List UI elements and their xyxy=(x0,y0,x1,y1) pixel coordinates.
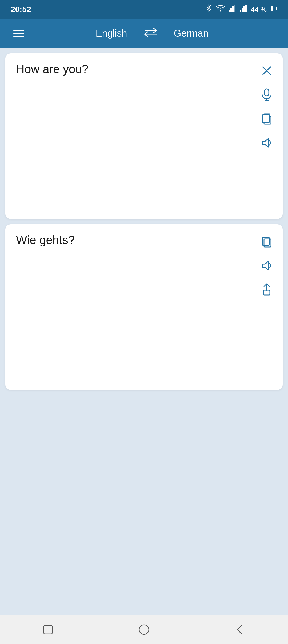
clear-button[interactable] xyxy=(259,63,275,79)
source-language[interactable]: English xyxy=(95,28,127,39)
share-button[interactable] xyxy=(259,282,275,298)
target-language[interactable]: German xyxy=(174,28,209,39)
svg-rect-5 xyxy=(242,8,243,12)
copy-source-button[interactable] xyxy=(259,111,275,127)
back-button[interactable] xyxy=(229,619,251,640)
wifi-icon xyxy=(216,5,225,14)
speak-source-button[interactable] xyxy=(259,135,275,151)
menu-line xyxy=(13,36,24,37)
svg-rect-0 xyxy=(229,10,230,12)
speak-target-button[interactable] xyxy=(259,258,275,274)
main-content: How are you? xyxy=(0,48,288,615)
target-actions xyxy=(259,232,275,382)
source-text[interactable]: How are you? xyxy=(16,61,259,211)
bottom-nav xyxy=(0,615,288,644)
svg-rect-2 xyxy=(232,6,234,12)
bluetooth-icon xyxy=(205,4,213,15)
svg-point-27 xyxy=(139,625,149,634)
home-button[interactable] xyxy=(133,619,155,640)
svg-rect-9 xyxy=(276,7,277,10)
battery-text: 44 % xyxy=(251,5,267,14)
source-actions xyxy=(259,61,275,211)
language-selector: English German xyxy=(27,27,277,40)
svg-rect-26 xyxy=(44,625,52,634)
status-icons: 44 % xyxy=(205,4,277,15)
menu-button[interactable] xyxy=(11,27,27,40)
battery-icon xyxy=(270,5,277,14)
signal2-icon xyxy=(240,5,248,14)
svg-rect-4 xyxy=(240,10,241,12)
status-bar: 20:52 xyxy=(0,0,288,19)
svg-rect-3 xyxy=(234,5,235,12)
target-text: Wie gehts? xyxy=(16,232,259,382)
copy-target-button[interactable] xyxy=(259,234,275,250)
svg-rect-17 xyxy=(265,89,269,96)
menu-line xyxy=(13,30,24,31)
svg-rect-7 xyxy=(245,5,247,12)
svg-rect-6 xyxy=(243,6,245,12)
microphone-button[interactable] xyxy=(259,87,275,103)
toolbar: English German xyxy=(0,19,288,48)
source-card: How are you? xyxy=(5,53,283,219)
status-time: 20:52 xyxy=(11,5,31,14)
target-card: Wie gehts? xyxy=(5,224,283,390)
swap-languages-button[interactable] xyxy=(143,27,158,40)
signal-icon xyxy=(229,5,237,14)
menu-line xyxy=(13,33,24,34)
recent-apps-button[interactable] xyxy=(37,619,59,640)
svg-rect-1 xyxy=(230,8,232,12)
svg-rect-21 xyxy=(262,115,269,123)
